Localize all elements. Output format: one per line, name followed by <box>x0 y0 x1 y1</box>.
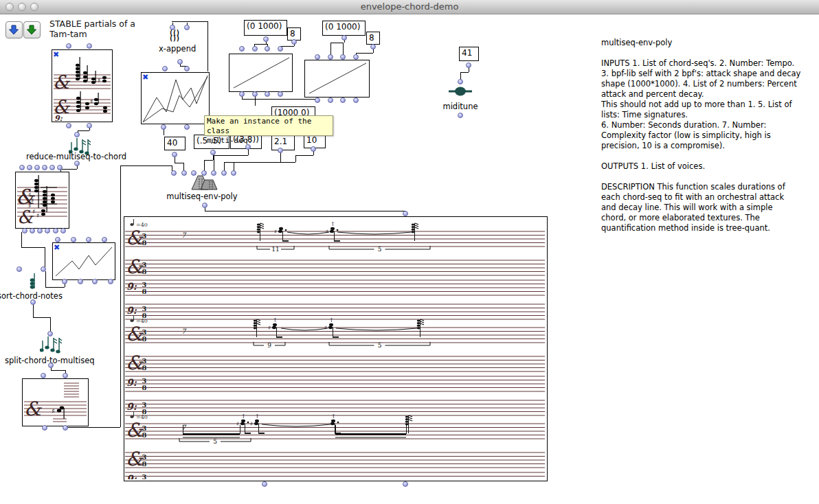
title-bar[interactable]: envelope-chord-demo <box>0 0 819 14</box>
value-box-tempo[interactable]: 40 <box>164 137 186 150</box>
patch-connection-dot[interactable] <box>231 170 236 176</box>
patch-connection-dot[interactable] <box>340 54 346 60</box>
patch-connection-dot[interactable] <box>19 165 25 170</box>
patch-connection-dot[interactable] <box>252 46 258 51</box>
patch-connection-dot[interactable] <box>27 165 32 170</box>
patch-connection-dot[interactable] <box>108 279 113 284</box>
value-box-eight-b[interactable]: 8 <box>366 32 380 45</box>
chord-editor-box[interactable]: & ♯ <box>22 378 89 426</box>
patch-connection-dot[interactable] <box>263 36 269 42</box>
patch-connection-dot[interactable] <box>252 91 258 97</box>
patch-connection-dot[interactable] <box>55 237 60 242</box>
patch-connection-dot[interactable] <box>87 43 92 49</box>
patch-connection-dot[interactable] <box>92 279 98 284</box>
patch-connection-dot[interactable] <box>210 150 216 155</box>
patch-connection-dot[interactable] <box>63 425 68 431</box>
patch-connection-dot[interactable] <box>278 91 283 97</box>
patch-connection-dot[interactable] <box>171 170 177 176</box>
patch-connection-dot[interactable] <box>48 363 54 368</box>
close-box-icon[interactable]: ✖ <box>142 73 148 81</box>
patch-connection-dot[interactable] <box>49 165 55 170</box>
patch-connection-dot[interactable] <box>353 54 359 60</box>
patch-connection-dot[interactable] <box>170 25 175 30</box>
patch-connection-dot[interactable] <box>211 170 216 176</box>
patch-connection-dot[interactable] <box>37 228 43 233</box>
patch-connection-dot[interactable] <box>161 124 166 130</box>
patch-connection-dot[interactable] <box>184 124 190 130</box>
patch-connection-dot[interactable] <box>22 228 27 233</box>
patch-connection-dot[interactable] <box>47 331 53 336</box>
patch-connection-dot[interactable] <box>62 279 67 284</box>
patch-connection-dot[interactable] <box>87 123 92 128</box>
bpf-editor-box-xappend[interactable] <box>141 72 210 124</box>
patch-connection-dot[interactable] <box>162 66 168 71</box>
patch-connection-dot[interactable] <box>239 91 245 97</box>
patch-connection-dot[interactable] <box>184 25 190 30</box>
patch-connection-dot[interactable] <box>291 39 297 45</box>
patch-connection-dot[interactable] <box>221 170 227 176</box>
patch-connection-dot[interactable] <box>403 481 408 487</box>
save-blue-arrow-button[interactable] <box>5 21 23 38</box>
close-box-icon[interactable]: ✖ <box>53 51 59 58</box>
chordseq-editor-box[interactable]: & & ♯♯♯ ♯♯ <box>15 172 69 229</box>
miditune-module[interactable] <box>449 86 472 100</box>
patch-connection-dot[interactable] <box>42 425 47 431</box>
patch-connection-dot[interactable] <box>328 98 333 103</box>
patch-connection-dot[interactable] <box>311 146 316 152</box>
patch-connection-dot[interactable] <box>262 481 267 487</box>
patch-connection-dot[interactable] <box>78 279 83 284</box>
patch-connection-dot[interactable] <box>403 211 408 216</box>
patch-connection-dot[interactable] <box>41 373 46 378</box>
patch-connection-dot[interactable] <box>30 299 36 305</box>
patch-connection-dot[interactable] <box>466 62 471 68</box>
patch-connection-dot[interactable] <box>45 228 50 233</box>
patch-connection-dot[interactable] <box>30 228 35 233</box>
patch-connection-dot[interactable] <box>42 165 47 170</box>
value-box-range-b[interactable]: (0 1000) <box>322 21 366 36</box>
patch-connection-dot[interactable] <box>71 237 76 242</box>
patch-connection-dot[interactable] <box>60 228 66 233</box>
patch-connection-dot[interactable] <box>57 165 63 170</box>
patch-connection-dot[interactable] <box>278 148 283 153</box>
patch-connection-dot[interactable] <box>53 228 58 233</box>
value-box-range-a[interactable]: (0 1000) <box>244 20 287 36</box>
patch-connection-dot[interactable] <box>202 203 207 208</box>
patch-connection-dot[interactable] <box>191 170 197 176</box>
patch-connection-dot[interactable] <box>341 35 347 41</box>
multiseq-editor-box[interactable]: & & 9: ♯ ♯ <box>52 49 113 122</box>
bpf-editor-box-sort[interactable] <box>52 242 115 280</box>
x-append-module[interactable]: (()()) <box>169 30 179 41</box>
patch-canvas[interactable]: STABLE partials of a Tam-tam & & 9: <box>0 14 819 504</box>
patch-connection-dot[interactable] <box>340 98 346 103</box>
patch-connection-dot[interactable] <box>278 46 283 51</box>
patch-connection-dot[interactable] <box>86 237 91 242</box>
patch-connection-dot[interactable] <box>458 79 463 84</box>
patch-connection-dot[interactable] <box>172 152 177 157</box>
patch-connection-dot[interactable] <box>265 91 270 97</box>
patch-connection-dot[interactable] <box>16 266 22 272</box>
score-editor-box[interactable]: =40&38&389:389:387♯11♯↑5=40&38&389:389:3… <box>124 216 548 481</box>
patch-connection-dot[interactable] <box>74 161 80 166</box>
patch-connection-dot[interactable] <box>265 46 270 51</box>
patch-connection-dot[interactable] <box>353 98 359 103</box>
patch-connection-dot[interactable] <box>41 266 46 272</box>
patch-connection-dot[interactable] <box>184 66 190 71</box>
patch-connection-dot[interactable] <box>66 123 71 128</box>
patch-connection-dot[interactable] <box>315 98 320 103</box>
bpf-editor-box-attack[interactable] <box>229 54 293 92</box>
multiseq-env-poly-module[interactable] <box>190 174 218 193</box>
patch-connection-dot[interactable] <box>328 54 333 60</box>
patch-connection-dot[interactable] <box>315 54 320 60</box>
patch-connection-dot[interactable] <box>177 59 183 65</box>
close-box-icon[interactable]: ✖ <box>54 244 60 251</box>
patch-connection-dot[interactable] <box>34 165 40 170</box>
patch-connection-dot[interactable] <box>458 113 463 118</box>
value-box-midichannel[interactable]: 41 <box>459 47 479 61</box>
patch-connection-dot[interactable] <box>102 237 107 242</box>
patch-connection-dot[interactable] <box>201 170 207 176</box>
bpf-editor-box-decay[interactable] <box>304 60 370 98</box>
patch-connection-dot[interactable] <box>370 44 376 49</box>
patch-connection-dot[interactable] <box>239 46 245 51</box>
patch-connection-dot[interactable] <box>181 170 187 176</box>
patch-connection-dot[interactable] <box>66 43 71 49</box>
